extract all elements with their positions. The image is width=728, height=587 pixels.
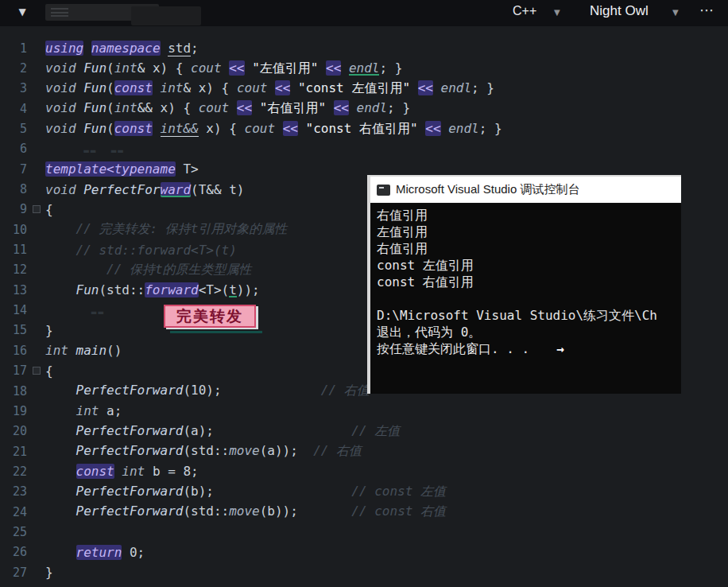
code-token: [45, 503, 76, 519]
line-number: 5: [0, 122, 27, 136]
code-token: ▬▬: [91, 307, 105, 317]
code-token: [153, 80, 161, 95]
code-line: 21 PerfectForward(std::move(a)); // 右值: [0, 441, 728, 461]
topbar: ▼ C++ ▼ Night Owl ▼ ⋯: [0, 0, 728, 26]
line-number: 25: [0, 525, 27, 539]
code-token: [441, 121, 449, 136]
console-line: 左值引用: [377, 224, 681, 240]
code-token: b = 8;: [145, 464, 198, 479]
code-line: 6 ▬▬ ▬▬: [0, 139, 728, 159]
line-number: 21: [0, 445, 27, 459]
theme-caret-icon[interactable]: ▼: [672, 8, 679, 17]
code-token: <<: [425, 121, 440, 136]
code-line: 19 int a;: [0, 401, 728, 421]
code-line: 3void Fun(const int& x) { cout << "const…: [0, 79, 728, 99]
code-line: 27}: [0, 562, 728, 582]
code-token: <<: [283, 121, 298, 136]
code-token: [267, 80, 275, 95]
code-token: ; }: [387, 100, 410, 115]
code-token: [45, 262, 106, 277]
more-menu-button[interactable]: ⋯: [699, 2, 714, 18]
code-token: int: [76, 403, 99, 418]
code-token: [275, 121, 283, 136]
theme-select[interactable]: Night Owl: [590, 3, 649, 19]
code-token: x) {: [199, 121, 245, 136]
code-token: [83, 41, 91, 56]
annotation-label: 完美转发: [176, 306, 243, 327]
code-token: <<: [326, 60, 341, 76]
code-token: [45, 303, 91, 318]
code-token: T>: [176, 161, 199, 177]
console-line: const 左值引用: [377, 257, 681, 274]
fold-marker-icon[interactable]: [33, 367, 41, 375]
code-token: int&&: [161, 121, 199, 137]
code-token: [418, 121, 426, 136]
code-token: {: [45, 363, 53, 379]
code-token: [76, 60, 84, 76]
code-token: [45, 243, 76, 258]
code-token: endl: [357, 100, 388, 115]
code-token: endl: [441, 80, 472, 95]
code-token: void: [45, 80, 76, 95]
code-token: (: [106, 60, 114, 76]
code-token: (: [106, 121, 114, 136]
code-token: [245, 60, 253, 76]
console-line: const 右值引用: [377, 274, 681, 290]
fold-marker-icon[interactable]: [33, 205, 41, 213]
code-token: <<: [229, 60, 244, 76]
console-icon: [377, 185, 390, 196]
code-token: void: [45, 100, 76, 115]
code-token: Fun: [83, 121, 106, 136]
code-token: const: [114, 121, 153, 136]
code-token: ward: [161, 182, 192, 197]
console-titlebar[interactable]: Microsoft Visual Studio 调试控制台: [370, 177, 681, 204]
language-caret-icon[interactable]: ▼: [554, 8, 560, 17]
line-number: 1: [0, 41, 27, 56]
line-number: 20: [0, 424, 27, 438]
code-token: [214, 484, 351, 499]
line-number: 4: [0, 102, 27, 116]
code-token: ));: [237, 282, 260, 297]
code-token: // std::forward<T>(t): [76, 243, 237, 258]
redacted-title-block: [45, 4, 159, 21]
code-line: 20 PerfectForward(a); // 左值: [0, 422, 728, 441]
code-token: (: [106, 100, 114, 115]
line-number: 8: [0, 182, 27, 196]
code-token: using: [45, 41, 83, 56]
code-line: 26 return 0;: [0, 542, 728, 562]
code-token: (a);: [183, 423, 214, 438]
code-token: [161, 41, 168, 56]
console-line: D:\Microsoft Visual Studio\练习文件\Ch: [377, 307, 681, 324]
code-token: void: [45, 121, 76, 136]
code-token: int: [45, 343, 68, 358]
console-title: Microsoft Visual Studio 调试控制台: [396, 182, 579, 197]
code-token: ; }: [471, 80, 494, 95]
line-number: 6: [0, 142, 27, 156]
code-token: 0;: [122, 545, 145, 560]
code-token: {: [45, 202, 53, 217]
code-token: ▬▬ ▬▬: [83, 146, 125, 156]
code-token: [326, 100, 334, 115]
code-token: endl: [448, 121, 479, 136]
code-token: && x) {: [137, 100, 199, 115]
code-token: // 右值: [321, 383, 370, 398]
console-output: 右值引用左值引用右值引用const 左值引用const 右值引用D:\Micro…: [370, 204, 681, 393]
console-cursor-arrow-icon: →: [556, 341, 564, 356]
debug-console-window: Microsoft Visual Studio 调试控制台 右值引用左值引用右值…: [367, 175, 681, 394]
code-token: "右值引用": [260, 100, 326, 115]
code-token: void: [45, 182, 76, 197]
code-token: int: [122, 464, 145, 479]
code-token: a;: [99, 403, 122, 418]
code-line: 2void Fun(int& x) { cout << "左值引用" << en…: [0, 58, 728, 78]
code-token: <<: [334, 100, 349, 115]
chevron-down-icon[interactable]: ▼: [16, 5, 29, 19]
line-number: 10: [0, 223, 27, 237]
line-number: 18: [0, 384, 27, 398]
code-token: [45, 545, 76, 560]
line-number: 2: [0, 61, 27, 76]
code-token: (a));: [260, 443, 298, 458]
code-token: Fun: [83, 100, 106, 115]
code-token: <<: [275, 80, 290, 95]
language-select[interactable]: C++: [513, 4, 536, 18]
line-number: 15: [0, 323, 27, 337]
